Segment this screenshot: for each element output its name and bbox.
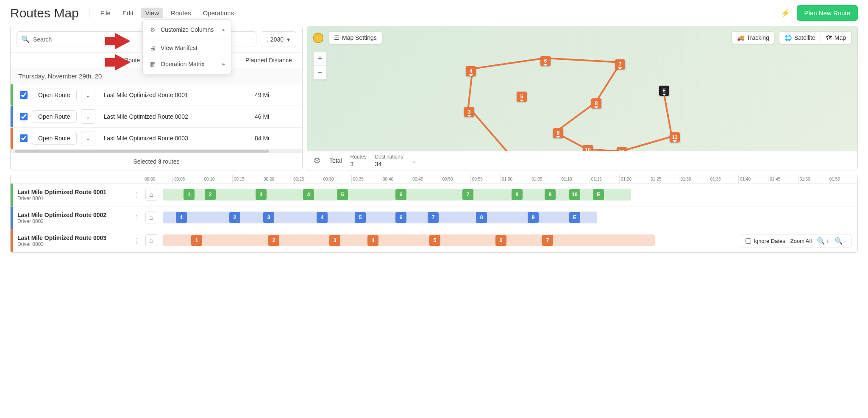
map-pin[interactable]: 12	[670, 132, 680, 142]
timeline-label[interactable]: Last Mile Optimized Route 0001Driver 000…	[13, 186, 132, 204]
ignore-dates-checkbox[interactable]: Ignore Dates	[746, 238, 785, 244]
scrollbar-thumb[interactable]	[15, 150, 269, 153]
zoom-all-button[interactable]: Zoom All	[790, 238, 812, 244]
route-checkbox[interactable]	[20, 134, 28, 142]
timeline-stop[interactable]: 8	[476, 212, 487, 223]
map-button[interactable]: 🗺 Map	[821, 32, 851, 44]
map-pin[interactable]: 7	[615, 59, 625, 70]
timeline-stop[interactable]: 5	[429, 235, 440, 246]
timeline-track[interactable]: ⌂12345678910E	[142, 184, 857, 206]
home-icon[interactable]: ⌂	[145, 234, 157, 246]
menu-item-view[interactable]: View	[141, 8, 163, 18]
timeline-stop[interactable]: 7	[542, 235, 553, 246]
dropdown-item-customize-columns[interactable]: ⚙Customize Columns▸	[143, 22, 231, 38]
menu-item-file[interactable]: File	[96, 8, 115, 18]
timeline-row-menu[interactable]: ⋮	[132, 191, 142, 199]
timeline-tick: 00:15	[232, 175, 262, 183]
timeline-stop[interactable]: 4	[303, 189, 314, 200]
map-pin[interactable]: E	[659, 86, 669, 96]
map-pin[interactable]: 4	[466, 66, 476, 76]
timeline-stop[interactable]: 10	[569, 189, 580, 200]
bolt-icon[interactable]: ⚡	[781, 8, 790, 18]
timeline-stop[interactable]: 7	[428, 212, 439, 223]
timeline-stop[interactable]: E	[569, 212, 580, 223]
timeline-stop[interactable]: 4	[317, 212, 328, 223]
timeline-stop[interactable]: 5	[337, 189, 348, 200]
gear-icon[interactable]: ⚙	[313, 156, 321, 166]
selection-prefix: Selected	[134, 158, 158, 165]
timeline-stop[interactable]: 1	[176, 212, 187, 223]
home-icon[interactable]: ⌂	[145, 189, 157, 201]
route-checkbox[interactable]	[20, 113, 28, 120]
satellite-button[interactable]: 🌐 Satellite	[779, 32, 821, 44]
route-row[interactable]: Open Route ⌄ Last Mile Optimized Route 0…	[11, 84, 302, 106]
timeline-stop[interactable]: 9	[528, 212, 539, 223]
horizontal-scrollbar[interactable]	[11, 149, 302, 153]
map-panel[interactable]: Houston ☰ Map Settings 🚚 Tracking 🌐 Sate…	[307, 26, 858, 170]
timeline-stop[interactable]: 1	[191, 235, 202, 246]
timeline-stop[interactable]: 6	[395, 212, 406, 223]
timeline-track[interactable]: ⌂123456789E	[142, 206, 857, 229]
timeline-stop[interactable]: 6	[495, 235, 506, 246]
satellite-label: Satellite	[794, 34, 815, 41]
home-icon[interactable]: ⌂	[145, 212, 157, 223]
open-route-button[interactable]: Open Route	[32, 132, 77, 145]
map-pin[interactable]: 8	[591, 98, 601, 109]
route-color-edge	[11, 84, 13, 106]
zoom-out-button[interactable]: −	[314, 66, 326, 79]
expand-route-button[interactable]: ⌄	[81, 109, 95, 124]
expand-route-button[interactable]: ⌄	[81, 88, 95, 102]
plan-new-route-button[interactable]: Plan New Route	[797, 5, 858, 21]
expand-route-button[interactable]: ⌄	[81, 131, 95, 145]
map-settings-button[interactable]: ☰ Map Settings	[328, 31, 382, 44]
open-route-button[interactable]: Open Route	[32, 110, 77, 123]
zoom-out-icon[interactable]: 🔍−	[835, 237, 847, 245]
date-filter[interactable]: , 2030 ▾	[261, 31, 296, 47]
zoom-in-button[interactable]: +	[314, 52, 326, 66]
map-pin[interactable]: 9	[553, 128, 563, 138]
map-pin[interactable]: 3	[464, 107, 474, 117]
menu-item-routes[interactable]: Routes	[167, 8, 195, 18]
summary-expand-button[interactable]: ⌄	[412, 157, 417, 164]
dropdown-item-label: Operation Matrix	[161, 61, 204, 67]
timeline-stop[interactable]: 1	[184, 189, 195, 200]
timeline-stop[interactable]: E	[593, 189, 604, 200]
map-pin[interactable]: 5	[517, 92, 527, 102]
tracking-button[interactable]: 🚚 Tracking	[732, 32, 774, 44]
map-pin[interactable]: 6	[540, 56, 551, 66]
dropdown-item-view-manifest[interactable]: 🖨View Manifest	[143, 40, 231, 56]
menu-item-edit[interactable]: Edit	[118, 8, 138, 18]
timeline-stop[interactable]: 2	[205, 189, 216, 200]
open-route-button[interactable]: Open Route	[32, 89, 77, 101]
timeline-driver: Driver 0003	[17, 241, 128, 247]
menu-item-operations[interactable]: Operations	[199, 8, 238, 18]
route-checkbox[interactable]	[20, 91, 28, 99]
summary-total: Total	[329, 157, 342, 164]
timeline-stop[interactable]: 3	[256, 189, 267, 200]
timeline-tick: 01:35	[709, 175, 738, 183]
timeline-label[interactable]: Last Mile Optimized Route 0002Driver 000…	[13, 209, 132, 227]
timeline-stop[interactable]: 3	[263, 212, 274, 223]
timeline-stop[interactable]: 7	[462, 189, 473, 200]
timeline-stop[interactable]: 2	[229, 212, 240, 223]
column-header-distance[interactable]: Planned Distance	[245, 57, 309, 64]
timeline-stop[interactable]: 9	[545, 189, 556, 200]
timeline-stop[interactable]: 3	[329, 235, 340, 246]
route-row[interactable]: Open Route ⌄ Last Mile Optimized Route 0…	[11, 106, 302, 128]
timeline-label[interactable]: Last Mile Optimized Route 0003Driver 000…	[13, 232, 132, 250]
timeline-stop[interactable]: 4	[367, 235, 378, 246]
dropdown-item-operation-matrix[interactable]: ▦Operation Matrix▸	[143, 56, 231, 72]
timeline-stop[interactable]: 2	[268, 235, 279, 246]
timeline-stop[interactable]: 8	[512, 189, 523, 200]
route-name: Last Mile Optimized Route 0002	[104, 113, 251, 120]
ignore-dates-input[interactable]	[746, 238, 751, 244]
route-row[interactable]: Open Route ⌄ Last Mile Optimized Route 0…	[11, 128, 302, 149]
timeline-stop[interactable]: 6	[395, 189, 406, 200]
zoom-in-icon[interactable]: 🔍+	[817, 237, 829, 245]
timeline-row-menu[interactable]: ⋮	[132, 214, 142, 222]
summary-destinations: Destinations 34	[375, 154, 403, 167]
route-color-edge	[11, 106, 13, 127]
timeline-row-menu[interactable]: ⋮	[132, 237, 142, 245]
pegman-icon[interactable]	[313, 33, 323, 43]
timeline-stop[interactable]: 5	[355, 212, 366, 223]
